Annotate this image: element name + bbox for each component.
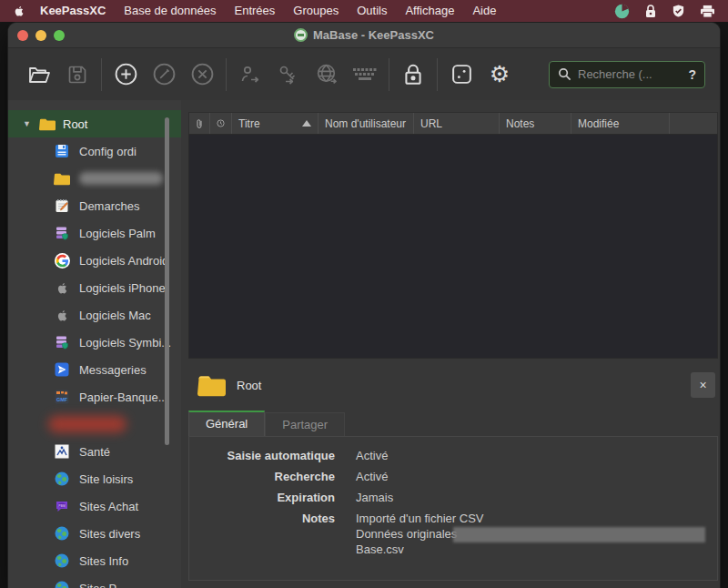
sidebar-item-config-ordi[interactable]: Config ordi [8,137,181,165]
macos-menubar: KeePassXC Base de données Entrées Groupe… [0,0,728,22]
clock-icon [217,117,225,129]
column-username[interactable]: Nom d'utilisateur [318,113,414,134]
column-titre[interactable]: Titre [232,113,318,134]
globe-icon [54,580,70,588]
save-database-button[interactable] [61,56,94,93]
add-entry-button[interactable] [109,56,142,93]
column-attachment[interactable] [189,113,210,134]
search-input[interactable] [578,67,682,81]
menu-affichage[interactable]: Affichage [396,0,463,22]
sidebar-item-sites-achat[interactable]: PBM Sites Achat [8,492,181,520]
password-generator-dice-button[interactable] [445,56,478,93]
edit-entry-button[interactable] [147,56,180,93]
folder-icon [197,374,226,397]
sidebar-item-logiciels-symbian[interactable]: Logiciels Symbi... [8,329,181,356]
sidebar-item-sites-info[interactable]: Sites Info [8,547,181,574]
redacted-notes-area [453,527,705,542]
sidebar-item-logiciels-palm[interactable]: Logiciels Palm [8,219,181,247]
column-modified[interactable]: Modifiée [571,113,670,134]
open-database-button[interactable] [23,56,56,93]
redacted-label [48,416,126,432]
entry-table-header: Titre Nom d'utilisateur URL Notes Modifi… [188,112,718,135]
close-preview-button[interactable]: × [691,372,715,398]
tab-partager[interactable]: Partager [265,412,345,436]
globe-icon [54,553,70,569]
timer-pie-icon[interactable] [614,4,630,19]
main-area: Titre Nom d'utilisateur URL Notes Modifi… [181,100,720,588]
printer-icon[interactable] [700,5,715,18]
window-content: ▼ Root Config ordi [8,100,720,588]
settings-gear-button[interactable]: ⚙ [483,56,516,93]
search-box[interactable]: ? [549,61,705,88]
sidebar-item-redacted-red[interactable] [8,411,181,438]
field-row: Expiration Jamais [189,491,717,505]
delete-entry-button[interactable] [186,56,218,93]
sidebar-item-logiciels-mac[interactable]: Logiciels Mac [8,301,181,329]
tab-general[interactable]: Général [188,411,265,436]
shield-check-icon[interactable] [672,4,685,18]
search-icon [558,67,571,81]
sidebar-item-clipped-bottom[interactable]: Sites P... [8,574,181,588]
globe-icon [54,471,70,487]
field-value: Jamais [356,491,717,505]
sidebar-item-label: Demarches [79,199,139,213]
column-url[interactable]: URL [414,113,500,134]
notes-line: Base.csv [356,542,717,557]
sidebar-item-label: Logiciels iPhone [79,281,166,295]
sidebar-item-sites-divers[interactable]: Sites divers [8,520,181,547]
lock-database-button[interactable] [397,56,430,93]
globe-icon [54,525,70,542]
group-tree-sidebar: ▼ Root Config ordi [8,100,181,588]
column-label: URL [420,117,442,130]
redacted-label [79,172,163,185]
toolbar-separator [101,58,102,91]
menu-keepassxc[interactable]: KeePassXC [31,0,115,22]
search-help-button[interactable]: ? [688,67,696,82]
autotype-keyboard-button[interactable] [349,56,381,93]
menu-outils[interactable]: Outils [348,0,396,22]
entry-table-body[interactable] [188,135,718,359]
field-row: Recherche Activé [189,470,717,484]
toolbar-separator [226,58,227,91]
floppy-disk-icon [54,143,70,159]
notes-line: Importé d'un fichier CSV [356,512,717,526]
toolbar-separator [389,58,389,91]
column-expiry[interactable] [210,113,232,134]
copy-url-button[interactable] [310,56,343,93]
copy-password-button[interactable] [272,56,305,93]
minimize-window-button[interactable] [35,30,46,41]
sidebar-item-site-loisirs[interactable]: Site loisirs [8,465,181,492]
health-icon [54,443,70,460]
apple-logo-icon [54,307,70,323]
apple-menu-icon[interactable] [13,4,25,18]
menu-aide[interactable]: Aide [463,0,505,22]
sidebar-item-logiciels-iphone[interactable]: Logiciels iPhone [8,274,181,301]
sidebar-item-label: Santé [79,445,110,459]
sidebar-item-root[interactable]: ▼ Root [8,110,181,137]
window-title-text: MaBase - KeePassXC [313,28,434,42]
lock-status-icon[interactable] [644,4,657,18]
menu-base-de-donnees[interactable]: Base de données [115,0,225,22]
sidebar-item-label: Config ordi [79,145,136,158]
general-tab-panel: Saisie automatique Activé Recherche Acti… [188,436,718,581]
column-notes[interactable]: Notes [500,113,571,134]
field-value: Activé [356,470,717,484]
field-label: Notes [189,512,335,558]
sidebar-item-redacted-folder[interactable] [8,165,181,192]
zoom-window-button[interactable] [54,30,65,41]
field-row: Saisie automatique Activé [189,449,717,463]
sidebar-item-papier-banque[interactable]: GMF Papier-Banque... [8,383,181,411]
sidebar-scrollbar[interactable] [165,117,169,445]
google-g-icon [54,252,70,269]
sidebar-item-demarches[interactable]: Demarches [8,192,181,219]
window-titlebar[interactable]: MaBase - KeePassXC [8,23,720,48]
column-empty[interactable] [670,113,717,134]
menu-groupes[interactable]: Groupes [284,0,348,22]
sidebar-item-messageries[interactable]: Messageries [8,356,181,383]
copy-username-button[interactable] [234,56,267,93]
menu-entrees[interactable]: Entrées [225,0,284,22]
chevron-down-icon[interactable]: ▼ [23,119,32,128]
close-window-button[interactable] [17,30,28,41]
sidebar-item-logiciels-android[interactable]: Logiciels Android [8,247,181,274]
sidebar-item-sante[interactable]: Santé [8,438,181,465]
